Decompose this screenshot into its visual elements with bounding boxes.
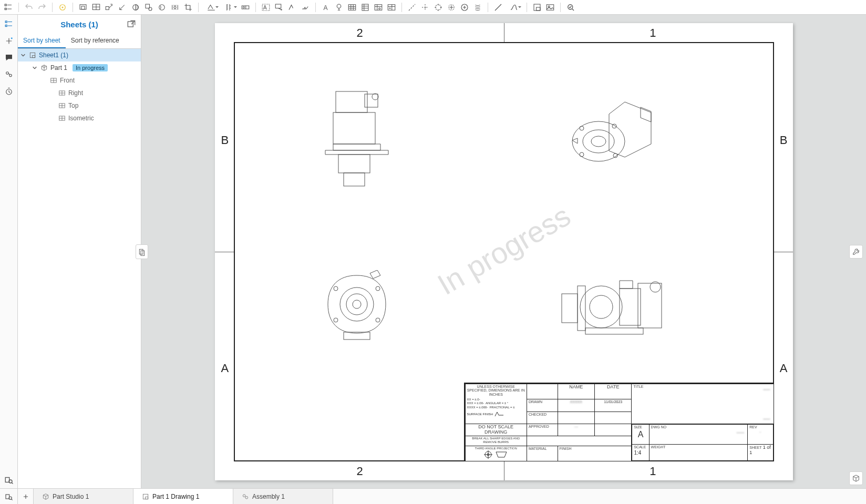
svg-point-67: [376, 286, 380, 291]
weld-symbol-icon[interactable]: [299, 1, 312, 14]
svg-point-23: [379, 7, 380, 9]
datum-icon[interactable]: [333, 1, 345, 14]
svg-point-74: [590, 295, 613, 318]
chevron-down-icon[interactable]: [32, 65, 38, 71]
table-icon[interactable]: [346, 1, 358, 14]
redo-icon[interactable]: [36, 1, 48, 14]
geometric-tolerance-icon[interactable]: [239, 1, 252, 14]
panel-title: Sheets (1): [60, 20, 98, 29]
svg-point-11: [159, 4, 165, 10]
tree-view-top[interactable]: Top: [18, 99, 141, 112]
svg-rect-75: [620, 289, 641, 325]
tab-part-studio[interactable]: Part Studio 1: [34, 489, 133, 504]
sheets-rail-icon[interactable]: [3, 18, 15, 30]
view-front[interactable]: [320, 86, 394, 191]
tab-drawing[interactable]: Part 1 Drawing 1: [133, 489, 233, 504]
svg-rect-53: [333, 112, 375, 144]
spline-icon[interactable]: [505, 1, 523, 14]
separator: [18, 3, 19, 12]
section-view-icon[interactable]: [129, 1, 142, 14]
callout-icon[interactable]: [273, 1, 285, 14]
four-view-icon[interactable]: [90, 1, 102, 14]
dimension-icon[interactable]: [202, 1, 220, 14]
separator: [73, 3, 73, 12]
status-badge: In progress: [73, 64, 108, 71]
virtual-sharp-icon[interactable]: [445, 1, 458, 14]
text-icon[interactable]: A: [319, 1, 332, 14]
drawing-canvas[interactable]: 2 1 2 1 B B A A In progress: [141, 15, 866, 488]
title-block[interactable]: UNLESS OTHERWISE SPECIFIED, DIMENSIONS A…: [464, 383, 774, 461]
view-top[interactable]: [320, 270, 394, 344]
ordinate-dimension-icon[interactable]: [221, 1, 239, 14]
search-rail-icon[interactable]: [3, 474, 15, 486]
center-mark-icon[interactable]: [419, 1, 431, 14]
view-icon: [58, 114, 66, 122]
auxiliary-view-icon[interactable]: [116, 1, 129, 14]
tools-panel-toggle-icon[interactable]: [849, 245, 863, 259]
tree-part-label: Part 1: [50, 64, 67, 71]
centermark-circle-icon[interactable]: [432, 1, 445, 14]
collapse-panel-icon[interactable]: [136, 244, 148, 259]
tree-view-front[interactable]: Front: [18, 74, 141, 87]
svg-rect-76: [638, 283, 662, 328]
popout-icon[interactable]: [126, 19, 137, 29]
svg-rect-42: [30, 53, 35, 57]
tree-view-isometric[interactable]: Isometric: [18, 112, 141, 125]
svg-rect-41: [128, 22, 133, 27]
break-view-icon[interactable]: [169, 1, 181, 14]
tab-search-icon[interactable]: [0, 489, 18, 504]
tab-sort-by-reference[interactable]: Sort by reference: [66, 34, 125, 48]
svg-rect-84: [145, 497, 148, 499]
svg-point-35: [11, 37, 12, 39]
svg-rect-20: [348, 4, 356, 10]
feature-tree-toggle-icon[interactable]: [2, 1, 15, 14]
view-isometric[interactable]: [562, 91, 667, 186]
svg-rect-72: [578, 286, 585, 331]
svg-rect-54: [338, 155, 370, 173]
crop-view-icon[interactable]: [182, 1, 194, 14]
comments-rail-icon[interactable]: [3, 52, 15, 64]
sheet-properties-icon[interactable]: [531, 1, 543, 14]
zone-col-1-bot: 1: [650, 465, 656, 478]
chevron-down-icon[interactable]: [20, 52, 26, 58]
timer-rail-icon[interactable]: [3, 85, 15, 98]
thread-icon[interactable]: [471, 1, 484, 14]
svg-point-59: [580, 126, 584, 130]
tab-sort-by-sheet[interactable]: Sort by sheet: [18, 34, 66, 48]
revision-table-icon[interactable]: [385, 1, 398, 14]
add-rail-icon[interactable]: [3, 35, 15, 47]
tab-assembly[interactable]: Assembly 1: [233, 489, 333, 504]
hole-table-icon[interactable]: [372, 1, 385, 14]
svg-text:A: A: [263, 4, 267, 10]
inspect-icon[interactable]: [564, 1, 577, 14]
add-mark-icon[interactable]: [458, 1, 471, 14]
bom-table-icon[interactable]: [359, 1, 372, 14]
svg-rect-51: [365, 94, 378, 107]
insert-view-icon[interactable]: [77, 1, 89, 14]
centerline-icon[interactable]: [406, 1, 418, 14]
line-icon[interactable]: [492, 1, 504, 14]
broken-out-icon[interactable]: [156, 1, 168, 14]
properties-rail-icon[interactable]: [3, 68, 15, 81]
activity-icon[interactable]: [56, 1, 69, 14]
view-icon: [58, 101, 66, 110]
surface-finish-icon[interactable]: [286, 1, 298, 14]
separator: [488, 3, 488, 12]
add-tab-button[interactable]: [18, 489, 34, 504]
zone-col-2-bot: 2: [357, 465, 363, 478]
view-cube-icon[interactable]: [849, 471, 863, 485]
svg-rect-33: [5, 21, 7, 23]
svg-point-68: [334, 318, 338, 322]
svg-point-64: [346, 294, 367, 315]
view-right[interactable]: [556, 270, 672, 344]
detail-view-icon[interactable]: [142, 1, 155, 14]
svg-point-52: [372, 94, 378, 100]
undo-icon[interactable]: [23, 1, 35, 14]
image-icon[interactable]: [544, 1, 556, 14]
projected-view-icon[interactable]: [103, 1, 116, 14]
tree-sheet-row[interactable]: Sheet1 (1): [18, 49, 141, 61]
note-icon[interactable]: A: [260, 1, 272, 14]
svg-rect-71: [562, 294, 578, 323]
tree-part-row[interactable]: Part 1 In progress: [18, 61, 141, 74]
tree-view-right[interactable]: Right: [18, 87, 141, 99]
